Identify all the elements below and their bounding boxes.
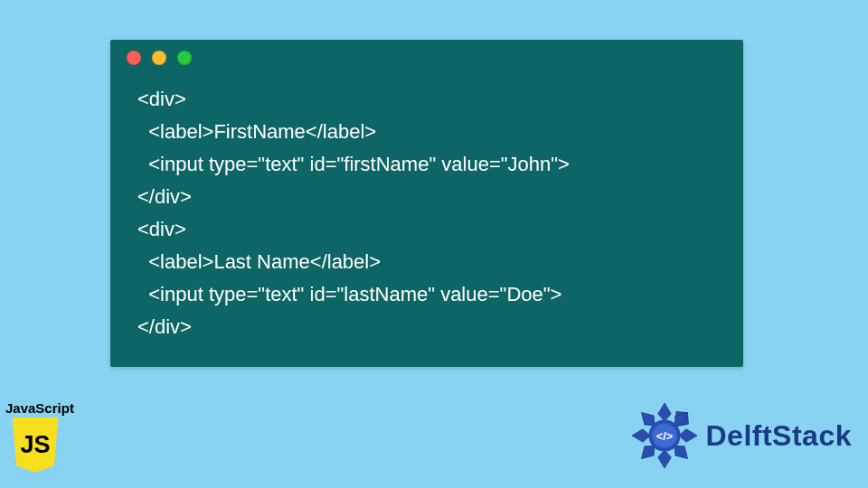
code-line: </div>	[137, 185, 192, 208]
code-line: </div>	[137, 315, 192, 338]
delftstack-text: DelftStack	[706, 419, 853, 453]
code-line: <label>FirstName</label>	[137, 120, 376, 143]
code-line: <div>	[137, 88, 186, 110]
delftstack-brand: </> DelftStack	[628, 399, 853, 472]
svg-text:</>: </>	[656, 429, 673, 443]
javascript-badge: JavaScript JS	[5, 400, 80, 477]
minimize-icon	[152, 51, 166, 65]
code-window: <div> <label>FirstName</label> <input ty…	[110, 40, 743, 367]
window-titlebar	[110, 40, 743, 76]
maximize-icon	[177, 51, 192, 65]
javascript-label: JavaScript	[5, 400, 80, 416]
code-line: <input type="text" id="lastName" value="…	[137, 283, 561, 305]
shield-text: JS	[20, 431, 50, 458]
code-line: <label>Last Name</label>	[137, 250, 381, 273]
close-icon	[127, 51, 141, 65]
code-block: <div> <label>FirstName</label> <input ty…	[110, 76, 743, 343]
delftstack-logo-icon: </>	[628, 399, 701, 472]
code-line: <input type="text" id="firstName" value=…	[137, 153, 570, 175]
javascript-shield-icon: JS	[7, 418, 63, 474]
code-line: <div>	[137, 218, 186, 240]
